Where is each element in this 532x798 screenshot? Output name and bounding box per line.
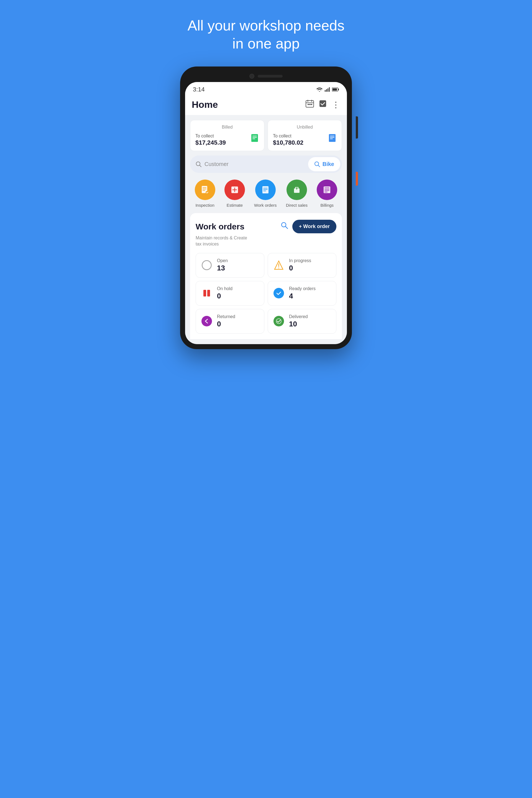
workorders-icon-circle <box>255 179 276 200</box>
delivered-info: Delivered 10 <box>289 314 308 328</box>
billed-receipt-icon <box>250 134 259 144</box>
open-label: Open <box>217 258 228 263</box>
wifi-icon <box>317 87 323 92</box>
estimate-label: Estimate <box>227 203 243 208</box>
volume-button <box>356 172 358 186</box>
customer-search-text: Customer <box>205 161 229 167</box>
open-circle-icon <box>202 260 212 270</box>
returned-icon <box>200 315 213 327</box>
unbilled-receipt-icon <box>328 134 337 144</box>
inprogress-count: 0 <box>289 264 311 272</box>
page-headline: All your workshop needsin one app <box>188 17 345 53</box>
svg-rect-6 <box>332 89 337 91</box>
billed-text: To collect $17,245.39 <box>195 134 226 146</box>
delivered-icon <box>272 315 285 327</box>
phone-frame: 3:14 Home <box>180 66 352 349</box>
power-button <box>356 116 358 138</box>
svg-rect-12 <box>309 104 310 105</box>
svg-rect-15 <box>251 134 258 142</box>
onhold-label: On hold <box>217 286 232 291</box>
phone-screen: 3:14 Home <box>185 82 347 344</box>
wo-title: Work orders <box>196 222 244 231</box>
inprogress-info: In progress 0 <box>289 258 311 272</box>
billings-icon-circle <box>317 179 337 200</box>
billed-to-collect: To collect <box>195 134 226 138</box>
directsales-label: Direct sales <box>286 203 307 208</box>
workorders-label: Work orders <box>254 203 277 208</box>
billed-label: Billed <box>195 125 259 130</box>
status-time: 3:14 <box>193 86 205 93</box>
unbilled-card[interactable]: Unbilled To collect $10,780.02 <box>268 120 342 151</box>
returned-label: Returned <box>217 314 235 319</box>
svg-rect-52 <box>207 290 210 297</box>
ready-info: Ready orders 4 <box>289 286 316 300</box>
svg-rect-0 <box>325 90 326 92</box>
directsales-icon-circle <box>286 179 307 200</box>
delivered-label: Delivered <box>289 314 308 319</box>
unbilled-content: To collect $10,780.02 <box>273 134 337 146</box>
customer-search[interactable]: Customer <box>190 156 306 172</box>
ready-icon <box>272 287 285 300</box>
onhold-icon <box>200 287 213 300</box>
content-area: Billed To collect $17,245.39 <box>185 115 347 344</box>
status-card-returned[interactable]: Returned 0 <box>196 309 264 334</box>
status-card-delivered[interactable]: Delivered 10 <box>268 309 336 334</box>
action-workorders[interactable]: Work orders <box>254 179 277 208</box>
svg-line-24 <box>200 165 201 167</box>
checklist-icon[interactable] <box>319 100 327 110</box>
estimate-icon-circle <box>225 179 245 200</box>
ready-count: 4 <box>289 292 316 300</box>
unbilled-amount: $10,780.02 <box>273 139 303 146</box>
status-icons <box>317 87 339 92</box>
status-bar: 3:14 <box>185 82 347 95</box>
billing-row: Billed To collect $17,245.39 <box>190 120 342 151</box>
ready-check-icon <box>273 288 284 299</box>
inprogress-label: In progress <box>289 258 311 263</box>
action-estimate[interactable]: Estimate <box>225 179 245 208</box>
inprogress-icon <box>272 259 285 271</box>
camera-icon <box>249 74 254 79</box>
wo-actions: + Work order <box>281 220 336 233</box>
inspection-icon-circle <box>195 179 215 200</box>
calendar-icon[interactable] <box>306 100 314 110</box>
phone-notch <box>185 72 347 82</box>
status-grid: Open 13 <box>196 253 336 334</box>
action-billings[interactable]: Billings <box>317 179 337 208</box>
wo-subtitle: Maintain records & Createtax invoices <box>196 235 336 247</box>
svg-point-50 <box>279 268 279 268</box>
open-info: Open 13 <box>217 258 228 272</box>
bike-search-text: Bike <box>323 161 334 167</box>
status-card-open[interactable]: Open 13 <box>196 253 264 278</box>
unbilled-to-collect: To collect <box>273 134 303 138</box>
status-card-ready[interactable]: Ready orders 4 <box>268 281 336 306</box>
svg-rect-51 <box>203 290 206 297</box>
svg-line-47 <box>285 226 288 229</box>
svg-rect-5 <box>338 89 339 90</box>
svg-rect-1 <box>326 89 327 92</box>
billed-content: To collect $17,245.39 <box>195 134 259 146</box>
action-inspection[interactable]: Inspection <box>195 179 215 208</box>
app-header: Home <box>185 95 347 115</box>
signal-icon <box>325 87 330 92</box>
svg-rect-3 <box>329 87 330 92</box>
action-directsales[interactable]: Direct sales <box>286 179 307 208</box>
add-work-order-button[interactable]: + Work order <box>292 220 336 233</box>
billed-amount: $17,245.39 <box>195 139 226 146</box>
onhold-count: 0 <box>217 292 232 300</box>
battery-icon <box>332 87 339 92</box>
status-card-inprogress[interactable]: In progress 0 <box>268 253 336 278</box>
status-card-onhold[interactable]: On hold 0 <box>196 281 264 306</box>
search-bar: Customer Bike <box>190 155 342 173</box>
wo-search-icon[interactable] <box>281 222 288 231</box>
billed-card[interactable]: Billed To collect $17,245.39 <box>190 120 264 151</box>
more-options-icon[interactable]: ⋮ <box>332 100 340 109</box>
inspection-label: Inspection <box>195 203 214 208</box>
unbilled-label: Unbilled <box>273 125 337 130</box>
open-count: 13 <box>217 264 228 272</box>
ready-label: Ready orders <box>289 286 316 291</box>
speaker <box>258 75 283 78</box>
returned-arrow-icon <box>202 316 212 326</box>
svg-line-26 <box>318 165 320 167</box>
onhold-info: On hold 0 <box>217 286 232 300</box>
bike-search[interactable]: Bike <box>308 157 340 171</box>
